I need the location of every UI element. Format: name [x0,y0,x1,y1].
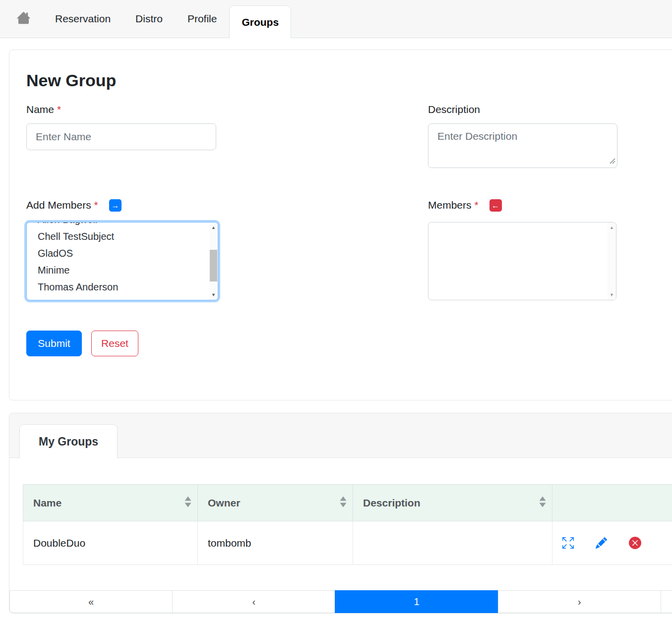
add-members-label-line: Add Members * → [26,198,218,212]
column-header-label: Owner [208,497,240,508]
required-asterisk: * [474,199,478,211]
add-members-group: Add Members * → Allen Bagwell Chell Test… [26,198,218,300]
column-header-name[interactable]: Name [23,485,198,521]
nav-tab-distro[interactable]: Distro [123,0,175,38]
nav-home-link[interactable] [0,0,43,38]
submit-button[interactable]: Submit [26,331,82,356]
required-asterisk: * [94,199,98,211]
arrow-left-icon[interactable]: ← [489,199,502,212]
sort-icon [340,496,347,509]
column-header-label: Description [363,497,421,508]
page-title: New Group [26,71,672,90]
members-group: Members * ← ▲ ▼ [428,198,617,300]
group-name-cell: DoubleDuo [23,521,198,565]
pagination-last-button[interactable]: » [661,590,672,613]
required-asterisk: * [57,104,61,115]
form-buttons: Submit Reset [26,331,672,356]
group-actions-cell [552,521,672,565]
description-textarea-wrap [428,123,617,170]
nav-tab-reservation[interactable]: Reservation [43,0,123,38]
groups-table: Name Owner [23,484,672,565]
add-members-label-text: Add Members [26,199,91,211]
column-header-label: Name [33,497,61,508]
name-field-group: Name * [26,104,218,150]
table-row: DoubleDuo tombomb [23,521,672,565]
members-label: Members * [428,199,479,211]
edit-pencil-icon[interactable] [596,537,607,549]
pagination-prev-button[interactable]: ‹ [172,590,335,613]
members-label-text: Members [428,199,472,211]
nav-tab-profile[interactable]: Profile [175,0,230,38]
description-textarea[interactable] [428,123,617,168]
sort-icon [539,496,546,509]
name-description-row: Name * Description [26,104,672,170]
groups-table-header-row: Name Owner [23,485,672,521]
my-groups-body: Name Owner [9,458,672,590]
column-header-owner[interactable]: Owner [198,485,353,521]
pagination: « ‹ 1 › » [9,590,672,613]
add-members-label: Add Members * [26,199,98,211]
row-actions [562,537,672,549]
delete-x-circle-icon[interactable] [629,537,641,549]
my-groups-card: My Groups Name [9,413,672,614]
sort-icon [184,496,191,509]
arrow-right-icon[interactable]: → [109,199,122,212]
member-option[interactable]: Allen Bagwell [27,222,209,228]
add-members-options: Allen Bagwell Chell TestSubject GladOS M… [27,222,209,300]
members-row: Add Members * → Allen Bagwell Chell Test… [26,198,672,300]
pagination-next-button[interactable]: › [498,590,661,613]
scrollbar[interactable]: ▲ ▼ [608,223,616,300]
description-field-group: Description [428,104,617,170]
group-owner-cell: tombomb [198,521,353,565]
expand-icon[interactable] [562,537,574,549]
scrollbar[interactable]: ▲ ▼ [209,223,218,300]
tab-my-groups[interactable]: My Groups [19,424,118,458]
name-label-text: Name [26,104,54,115]
main-nav: Reservation Distro Profile Groups [0,0,672,38]
member-option[interactable]: Minime [27,262,209,279]
member-option[interactable]: Thomas Anderson [27,279,209,295]
pagination-page-1[interactable]: 1 [335,590,498,613]
my-groups-header: My Groups [9,413,672,458]
member-option[interactable]: Tom Bombadil [27,295,209,300]
add-members-listbox[interactable]: Allen Bagwell Chell TestSubject GladOS M… [26,222,218,300]
house-icon [16,11,31,27]
scroll-down-icon[interactable]: ▼ [608,291,616,299]
nav-tab-groups[interactable]: Groups [229,5,291,38]
app-viewport: Reservation Distro Profile Groups New Gr… [0,0,672,618]
column-header-description[interactable]: Description [353,485,552,521]
new-group-card: New Group Name * Description [9,50,672,400]
page: Reservation Distro Profile Groups New Gr… [0,0,672,614]
column-header-actions [552,485,672,521]
pagination-first-button[interactable]: « [9,590,173,613]
scroll-up-icon[interactable]: ▲ [209,224,218,231]
name-input[interactable] [26,123,216,150]
description-label: Description [428,104,480,115]
reset-button[interactable]: Reset [91,331,138,356]
name-label: Name * [26,104,61,115]
members-listbox[interactable]: ▲ ▼ [428,222,616,300]
scroll-down-icon[interactable]: ▼ [209,291,218,299]
scroll-thumb[interactable] [210,250,217,281]
members-label-line: Members * ← [428,198,617,212]
member-option[interactable]: Chell TestSubject [27,228,209,245]
member-option[interactable]: GladOS [27,245,209,262]
group-description-cell [353,521,552,565]
scroll-up-icon[interactable]: ▲ [608,224,616,231]
